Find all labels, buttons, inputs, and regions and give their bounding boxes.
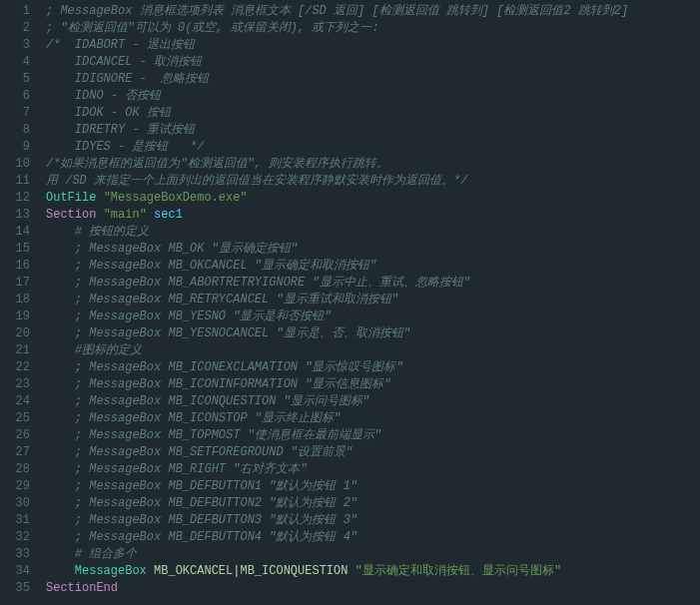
code-token: ; MessageBox MB_ABORTRETRYIGNORE "显示中止、重… bbox=[75, 276, 470, 290]
code-token bbox=[46, 564, 75, 578]
code-line[interactable]: ; MessageBox MB_OKCANCEL "显示确定和取消按钮" bbox=[46, 258, 628, 275]
code-token: ; MessageBox MB_YESNO "显示是和否按钮" bbox=[75, 309, 332, 323]
code-token: ; MessageBox MB_YESNOCANCEL "显示是、否、取消按钮" bbox=[75, 326, 410, 340]
code-line[interactable]: ; MessageBox MB_RIGHT "右对齐文本" bbox=[46, 461, 628, 478]
code-token: ; MessageBox MB_DEFBUTTON3 "默认为按钮 3" bbox=[75, 513, 357, 527]
code-line[interactable]: IDOK - OK 按钮 bbox=[46, 105, 628, 122]
code-line[interactable]: ; MessageBox MB_DEFBUTTON1 "默认为按钮 1" bbox=[46, 478, 628, 495]
code-token bbox=[46, 479, 75, 493]
line-number: 31 bbox=[0, 512, 30, 529]
line-number: 13 bbox=[0, 207, 30, 224]
line-number: 23 bbox=[0, 376, 30, 393]
code-token bbox=[147, 564, 154, 578]
line-number: 32 bbox=[0, 529, 30, 546]
line-number: 20 bbox=[0, 325, 30, 342]
code-token bbox=[46, 360, 75, 374]
code-line[interactable]: /*如果消息框的返回值为"检测返回值", 则安装程序执行跳转。 bbox=[46, 156, 628, 173]
line-number: 12 bbox=[0, 190, 30, 207]
line-number: 14 bbox=[0, 224, 30, 241]
line-number: 24 bbox=[0, 393, 30, 410]
code-token: ; MessageBox MB_ICONQUESTION "显示问号图标" bbox=[75, 394, 369, 408]
code-token: IDCANCEL - 取消按钮 bbox=[46, 55, 202, 69]
code-line[interactable]: ; MessageBox MB_ICONEXCLAMATION "显示惊叹号图标… bbox=[46, 359, 628, 376]
code-token: MB_ICONQUESTION bbox=[240, 564, 348, 578]
code-token bbox=[46, 547, 75, 561]
line-number: 28 bbox=[0, 461, 30, 478]
code-line[interactable]: ; MessageBox MB_RETRYCANCEL "显示重试和取消按钮" bbox=[46, 292, 628, 308]
code-token: IDIGNORE - 忽略按钮 bbox=[46, 72, 209, 86]
code-token bbox=[46, 259, 75, 273]
code-line[interactable]: MessageBox MB_OKCANCEL|MB_ICONQUESTION "… bbox=[46, 563, 628, 580]
code-token: IDNO - 否按钮 bbox=[46, 89, 161, 103]
code-line[interactable]: ; MessageBox 消息框选项列表 消息框文本 [/SD 返回] [检测返… bbox=[46, 3, 628, 20]
code-line[interactable]: ; MessageBox MB_TOPMOST "使消息框在最前端显示" bbox=[46, 427, 628, 444]
code-line[interactable]: ; MessageBox MB_SETFOREGROUND "设置前景" bbox=[46, 444, 628, 461]
line-number: 30 bbox=[0, 495, 30, 512]
code-token: OutFile bbox=[46, 191, 96, 205]
code-line[interactable]: IDRETRY - 重试按钮 bbox=[46, 122, 628, 139]
code-token: sec1 bbox=[154, 208, 183, 222]
code-line[interactable]: ; MessageBox MB_OK "显示确定按钮" bbox=[46, 241, 628, 258]
line-number: 4 bbox=[0, 54, 30, 71]
line-number: 18 bbox=[0, 292, 30, 308]
code-token bbox=[46, 309, 75, 323]
code-line[interactable]: #图标的定义 bbox=[46, 342, 628, 359]
code-token: # 组合多个 bbox=[75, 547, 137, 561]
code-token: 用 /SD 来指定一个上面列出的返回值当在安装程序静默安装时作为返回值。*/ bbox=[46, 174, 467, 188]
code-token: ; MessageBox MB_DEFBUTTON1 "默认为按钮 1" bbox=[75, 479, 357, 493]
code-token: ; MessageBox MB_DEFBUTTON2 "默认为按钮 2" bbox=[75, 496, 357, 510]
code-line[interactable]: SectionEnd bbox=[46, 580, 628, 597]
code-token: /*如果消息框的返回值为"检测返回值", 则安装程序执行跳转。 bbox=[46, 157, 388, 171]
code-token: IDOK - OK 按钮 bbox=[46, 106, 171, 120]
code-token: "main" bbox=[104, 208, 147, 222]
code-token: /* IDABORT - 退出按钮 bbox=[46, 38, 195, 52]
code-line[interactable]: IDIGNORE - 忽略按钮 bbox=[46, 71, 628, 88]
code-token: IDYES - 是按钮 */ bbox=[46, 140, 204, 154]
code-line[interactable]: IDCANCEL - 取消按钮 bbox=[46, 54, 628, 71]
code-token bbox=[46, 496, 75, 510]
code-token: ; MessageBox MB_SETFOREGROUND "设置前景" bbox=[75, 445, 352, 459]
code-editor[interactable]: 1234567891011121314151617181920212223242… bbox=[0, 0, 700, 600]
code-line[interactable]: OutFile "MessageBoxDemo.exe" bbox=[46, 190, 628, 207]
code-token: ; MessageBox MB_OK "显示确定按钮" bbox=[75, 242, 298, 256]
line-number: 17 bbox=[0, 275, 30, 292]
code-line[interactable]: # 按钮的定义 bbox=[46, 224, 628, 241]
line-number: 2 bbox=[0, 20, 30, 37]
code-line[interactable]: IDNO - 否按钮 bbox=[46, 88, 628, 105]
code-area[interactable]: ; MessageBox 消息框选项列表 消息框文本 [/SD 返回] [检测返… bbox=[38, 0, 628, 600]
line-number: 7 bbox=[0, 105, 30, 122]
code-line[interactable]: # 组合多个 bbox=[46, 546, 628, 563]
code-token: SectionEnd bbox=[46, 581, 118, 595]
code-line[interactable]: 用 /SD 来指定一个上面列出的返回值当在安装程序静默安装时作为返回值。*/ bbox=[46, 173, 628, 190]
code-token: ; MessageBox MB_TOPMOST "使消息框在最前端显示" bbox=[75, 428, 381, 442]
code-line[interactable]: ; MessageBox MB_YESNO "显示是和否按钮" bbox=[46, 308, 628, 325]
code-token bbox=[46, 242, 75, 256]
code-token: ; MessageBox MB_ICONINFORMATION "显示信息图标" bbox=[75, 377, 391, 391]
code-token bbox=[46, 428, 75, 442]
code-line[interactable]: ; "检测返回值"可以为 0(或空, 或保留关闭), 或下列之一: bbox=[46, 20, 628, 37]
line-number: 34 bbox=[0, 563, 30, 580]
code-line[interactable]: ; MessageBox MB_DEFBUTTON4 "默认为按钮 4" bbox=[46, 529, 628, 546]
code-line[interactable]: ; MessageBox MB_ABORTRETRYIGNORE "显示中止、重… bbox=[46, 275, 628, 292]
code-token bbox=[46, 326, 75, 340]
code-line[interactable]: Section "main" sec1 bbox=[46, 207, 628, 224]
code-token: ; MessageBox 消息框选项列表 消息框文本 [/SD 返回] [检测返… bbox=[46, 4, 628, 18]
code-token: ; MessageBox MB_ICONSTOP "显示终止图标" bbox=[75, 411, 341, 425]
code-line[interactable]: IDYES - 是按钮 */ bbox=[46, 139, 628, 156]
code-line[interactable]: ; MessageBox MB_DEFBUTTON3 "默认为按钮 3" bbox=[46, 512, 628, 529]
code-line[interactable]: /* IDABORT - 退出按钮 bbox=[46, 37, 628, 54]
line-number: 25 bbox=[0, 410, 30, 427]
code-line[interactable]: ; MessageBox MB_ICONSTOP "显示终止图标" bbox=[46, 410, 628, 427]
line-number: 8 bbox=[0, 122, 30, 139]
code-token: MessageBox bbox=[75, 564, 147, 578]
line-number: 21 bbox=[0, 342, 30, 359]
line-number: 1 bbox=[0, 3, 30, 20]
code-line[interactable]: ; MessageBox MB_YESNOCANCEL "显示是、否、取消按钮" bbox=[46, 325, 628, 342]
code-token bbox=[96, 191, 103, 205]
code-token: ; MessageBox MB_ICONEXCLAMATION "显示惊叹号图标… bbox=[75, 360, 403, 374]
code-line[interactable]: ; MessageBox MB_DEFBUTTON2 "默认为按钮 2" bbox=[46, 495, 628, 512]
code-token bbox=[46, 411, 75, 425]
code-line[interactable]: ; MessageBox MB_ICONQUESTION "显示问号图标" bbox=[46, 393, 628, 410]
code-token bbox=[46, 293, 75, 306]
code-line[interactable]: ; MessageBox MB_ICONINFORMATION "显示信息图标" bbox=[46, 376, 628, 393]
